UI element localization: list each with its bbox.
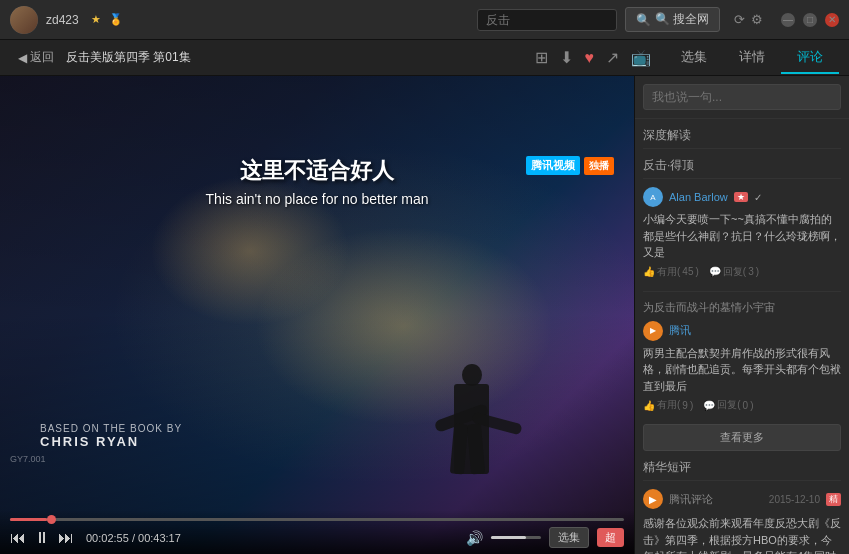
book-credit: BASED ON THE BOOK BY [40, 423, 182, 434]
video-player[interactable]: 这里不适合好人 This ain't no place for no bette… [0, 76, 634, 554]
progress-fill [10, 518, 47, 521]
volume-fill [491, 536, 526, 539]
highlight-section: 精华短评 ▶ 腾讯评论 2015-12-10 精 感谢各位观众前来观看年度反恐大… [643, 459, 841, 554]
next-button[interactable]: ⏭ [58, 529, 74, 547]
close-button[interactable]: ✕ [825, 13, 839, 27]
video-figure [434, 334, 514, 474]
watermark: 腾讯视频 独播 [526, 156, 614, 175]
vip-icon: 🏅 [109, 13, 123, 26]
download-icon[interactable]: ⬇ [560, 48, 573, 67]
toolbar-actions: ⊞ ⬇ ♥ ↗ 📺 [535, 48, 652, 67]
search-btn-label: 🔍 搜全网 [655, 11, 709, 28]
settings-icon[interactable]: ⚙ [751, 12, 763, 27]
comment-username[interactable]: Alan Barlow [669, 191, 728, 203]
comment-avatar: A [643, 187, 663, 207]
maximize-button[interactable]: □ [803, 13, 817, 27]
see-more-button[interactable]: 查看更多 [643, 424, 841, 451]
deep-read-title: 深度解读 [643, 127, 841, 149]
volume-icon[interactable]: 🔊 [466, 530, 483, 546]
screenshot-icon[interactable]: ⊞ [535, 48, 548, 67]
favorite-icon[interactable]: ♥ [585, 49, 595, 67]
comment-actions: 👍 有用(45) 💬 回复(3) [643, 265, 841, 279]
episode-title: 反击美版第四季 第01集 [66, 49, 531, 66]
section-divider [643, 291, 841, 292]
reply-icon: 💬 [709, 266, 721, 277]
back-label: 返回 [30, 49, 54, 66]
progress-dot [47, 515, 56, 524]
toolbar: ◀ 返回 反击美版第四季 第01集 ⊞ ⬇ ♥ ↗ 📺 选集 详情 评论 [0, 40, 849, 76]
comment-username-2[interactable]: 腾讯 [669, 323, 691, 338]
back-button[interactable]: ◀ 返回 [10, 45, 62, 70]
highlight-text: 感谢各位观众前来观看年度反恐大剧《反击》第四季，根据授方HBO的要求，今年起所有… [643, 515, 841, 554]
comment-text: 小编今天要喷一下~~真搞不懂中腐拍的都是些什么神剧？抗日？什么玲珑榜啊，又是 [643, 211, 841, 261]
thumb-up-icon-2: 👍 [643, 400, 655, 411]
comment-text-2: 两男主配合默契并肩作战的形式很有风格，剧情也配追贡。每季开头都有个包袱直到最后 [643, 345, 841, 395]
episode-select-button[interactable]: 选集 [549, 527, 589, 548]
subtitle-en: This ain't no place for no better man [0, 191, 634, 207]
comment-avatar-2: ▶ [643, 321, 663, 341]
sub-section-title: 为反击而战斗的墓情小宇宙 [643, 300, 841, 315]
like-button[interactable]: 👍 有用(45) [643, 265, 699, 279]
current-time: 00:02:55 [86, 532, 129, 544]
reply-button[interactable]: 💬 回复(3) [709, 265, 759, 279]
volume-bar[interactable] [491, 536, 541, 539]
tab-comment[interactable]: 评论 [781, 42, 839, 74]
window-controls: — □ ✕ [781, 13, 839, 27]
vip-badge: 独播 [584, 157, 614, 175]
controls-row: ⏮ ⏸ ⏭ 00:02:55 / 00:43:17 🔊 选集 超 [10, 527, 624, 548]
top-comments-title: 反击·得顶 [643, 157, 841, 179]
comment-verified-icon: ✓ [754, 192, 762, 203]
right-panel: 深度解读 反击·得顶 A Alan Barlow ★ ✓ 小编今天要喷一下~~真… [634, 76, 849, 554]
star-icon: ★ [91, 13, 101, 26]
share-icon[interactable]: ↗ [606, 48, 619, 67]
tab-bar: 选集 详情 评论 [665, 42, 839, 74]
minimize-button[interactable]: — [781, 13, 795, 27]
username-label: zd423 [46, 13, 79, 27]
titlebar-icons: ⟳ ⚙ [734, 12, 763, 27]
super-button[interactable]: 超 [597, 528, 624, 547]
comment-actions-2: 👍 有用(9) 💬 回复(0) [643, 398, 841, 412]
back-icon: ◀ [18, 51, 27, 65]
comment-input[interactable] [643, 84, 841, 110]
progress-bar[interactable] [10, 518, 624, 521]
pause-button[interactable]: ⏸ [34, 529, 50, 547]
time-display: 00:02:55 / 00:43:17 [86, 532, 181, 544]
comments-list[interactable]: 深度解读 反击·得顶 A Alan Barlow ★ ✓ 小编今天要喷一下~~真… [635, 119, 849, 554]
titlebar: zd423 ★ 🏅 🔍 🔍 搜全网 ⟳ ⚙ — □ ✕ [0, 0, 849, 40]
highlight-title: 精华短评 [643, 459, 841, 481]
comment-item: ▶ 腾讯 两男主配合默契并肩作战的形式很有风格，剧情也配追贡。每季开头都有个包袱… [643, 321, 841, 413]
reply-button-2[interactable]: 💬 回复(0) [703, 398, 753, 412]
book-author: CHRIS RYAN [40, 434, 139, 449]
timestamp-overlay: GY7.001 [10, 454, 46, 464]
main-content: 这里不适合好人 This ain't no place for no bette… [0, 76, 849, 554]
tab-select[interactable]: 选集 [665, 42, 723, 74]
reply-icon-2: 💬 [703, 400, 715, 411]
comment-input-area [635, 76, 849, 119]
video-controls: ⏮ ⏸ ⏭ 00:02:55 / 00:43:17 🔊 选集 超 [0, 510, 634, 554]
total-time: 00:43:17 [138, 532, 181, 544]
highlight-date: 2015-12-10 [769, 494, 820, 505]
search-input[interactable] [477, 9, 617, 31]
tv-icon[interactable]: 📺 [631, 48, 651, 67]
search-button[interactable]: 🔍 🔍 搜全网 [625, 7, 720, 32]
comment-item: A Alan Barlow ★ ✓ 小编今天要喷一下~~真搞不懂中腐拍的都是些什… [643, 187, 841, 279]
avatar[interactable] [10, 6, 38, 34]
like-button-2[interactable]: 👍 有用(9) [643, 398, 693, 412]
prev-button[interactable]: ⏮ [10, 529, 26, 547]
tencent-logo: 腾讯视频 [526, 156, 580, 175]
refresh-icon[interactable]: ⟳ [734, 12, 745, 27]
search-icon: 🔍 [636, 13, 651, 27]
tab-detail[interactable]: 详情 [723, 42, 781, 74]
thumb-up-icon: 👍 [643, 266, 655, 277]
highlight-badge: 精 [826, 493, 841, 506]
highlight-source: 腾讯评论 [669, 492, 713, 507]
comment-badge: ★ [734, 192, 748, 202]
highlight-source-icon: ▶ [643, 489, 663, 509]
